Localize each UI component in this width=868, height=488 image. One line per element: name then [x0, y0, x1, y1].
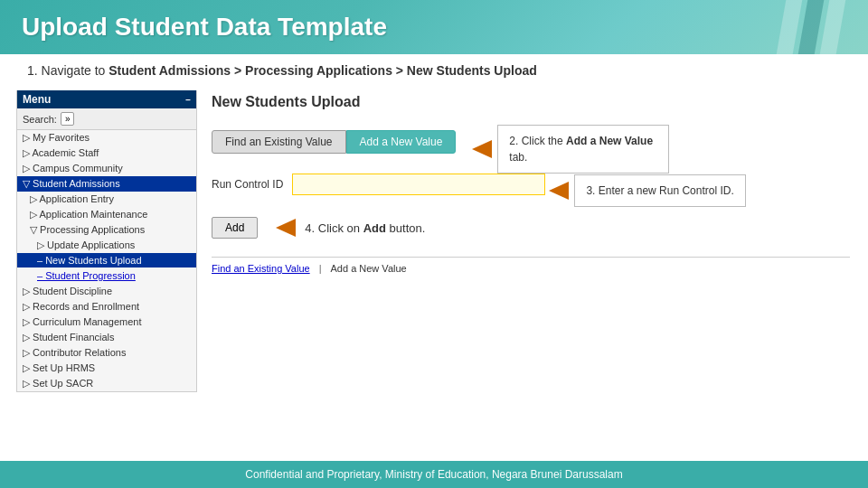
- sidebar-item-student-progression[interactable]: – Student Progression: [17, 267, 196, 284]
- application-maintenance-label: ▷ Application Maintenance: [30, 209, 147, 221]
- nav-prefix: 1. Navigate to: [27, 63, 108, 78]
- header-shape-1: [777, 0, 803, 54]
- page-wrapper: Upload Student Data Template 1. Navigate…: [0, 0, 868, 488]
- bottom-tabs: Find an Existing Value | Add a New Value: [212, 257, 850, 274]
- sidebar-item-favorites[interactable]: ▷ My Favorites: [17, 130, 196, 145]
- tab-add-label: Add a New Value: [360, 136, 443, 148]
- add-button-area: Add 4. Click on Add button.: [212, 217, 850, 239]
- header-decorations: [781, 0, 841, 54]
- new-students-upload-label: – New Students Upload: [37, 255, 142, 266]
- minimize-button[interactable]: −: [185, 95, 191, 105]
- header-title: Upload Student Data Template: [22, 13, 387, 42]
- add-button[interactable]: Add: [212, 217, 258, 239]
- sidebar: Menu − Search: » ▷ My Favorites ▷ Academ…: [16, 90, 197, 392]
- header-shape-3: [820, 0, 846, 54]
- content-area: Menu − Search: » ▷ My Favorites ▷ Academ…: [0, 90, 868, 392]
- panel-title: New Students Upload: [212, 94, 850, 114]
- sidebar-item-processing-applications[interactable]: ▽ Processing Applications: [17, 222, 196, 238]
- nav-instruction: 1. Navigate to Student Admissions > Proc…: [0, 54, 868, 87]
- sidebar-title: Menu: [23, 93, 51, 106]
- bottom-tab-find[interactable]: Find an Existing Value: [212, 263, 310, 274]
- bottom-tab-separator: |: [319, 263, 322, 274]
- hrms-label: ▷ Set Up HRMS: [23, 362, 95, 374]
- callout-2-text: 3. Enter a new Run Control ID.: [586, 184, 733, 197]
- favorites-label: ▷ My Favorites: [23, 132, 90, 144]
- tab-find-existing[interactable]: Find an Existing Value: [212, 130, 346, 154]
- tab-find-label: Find an Existing Value: [225, 136, 333, 148]
- campus-community-label: ▷ Campus Community: [23, 163, 123, 174]
- run-control-label: Run Control ID: [212, 178, 283, 191]
- search-label: Search:: [23, 114, 57, 125]
- application-entry-label: ▷ Application Entry: [30, 193, 114, 205]
- sidebar-item-curriculum[interactable]: ▷ Curriculum Management: [17, 314, 196, 330]
- student-admissions-label: ▽ Student Admissions: [23, 178, 120, 190]
- callout-1-area: 2. Click the Add a New Value tab.: [497, 125, 669, 174]
- bottom-tab-add: Add a New Value: [331, 263, 407, 274]
- arrow-callout-1: [472, 140, 492, 158]
- sidebar-header: Menu −: [17, 90, 196, 108]
- student-progression-label: – Student Progression: [37, 269, 136, 282]
- curriculum-label: ▷ Curriculum Management: [23, 316, 142, 328]
- financials-label: ▷ Student Financials: [23, 332, 115, 343]
- nav-path: Student Admissions > Processing Applicat…: [108, 63, 536, 78]
- contributor-label: ▷ Contributor Relations: [23, 347, 126, 359]
- student-discipline-label: ▷ Student Discipline: [23, 286, 112, 297]
- form-row: Run Control ID: [212, 174, 545, 195]
- sidebar-item-records-enrollment[interactable]: ▷ Records and Enrollment: [17, 299, 196, 314]
- sidebar-item-financials[interactable]: ▷ Student Financials: [17, 330, 196, 345]
- processing-applications-label: ▽ Processing Applications: [30, 224, 145, 236]
- panel-area: New Students Upload Find an Existing Val…: [197, 90, 868, 392]
- sidebar-item-application-maintenance[interactable]: ▷ Application Maintenance: [17, 207, 196, 222]
- callout-box-1: 2. Click the Add a New Value tab.: [497, 125, 669, 174]
- sidebar-item-update-applications[interactable]: ▷ Update Applications: [17, 238, 196, 253]
- records-enrollment-label: ▷ Records and Enrollment: [23, 301, 139, 313]
- sacr-label: ▷ Set Up SACR: [23, 378, 93, 389]
- footer-text: Confidential and Proprietary, Ministry o…: [245, 468, 622, 481]
- search-go-button[interactable]: »: [61, 112, 75, 126]
- run-control-input[interactable]: [292, 174, 545, 195]
- callout-1-text: 2. Click the Add a New Value tab.: [509, 135, 653, 164]
- footer: Confidential and Proprietary, Ministry o…: [0, 461, 868, 488]
- search-row: Search: »: [17, 108, 196, 130]
- arrow-callout-3: [276, 219, 296, 237]
- header: Upload Student Data Template: [0, 0, 868, 54]
- sidebar-item-hrms[interactable]: ▷ Set Up HRMS: [17, 361, 196, 376]
- tabs-row: Find an Existing Value Add a New Value: [212, 130, 456, 154]
- sidebar-item-application-entry[interactable]: ▷ Application Entry: [17, 192, 196, 207]
- sidebar-item-academic-staff[interactable]: ▷ Academic Staff: [17, 145, 196, 161]
- academic-staff-label: ▷ Academic Staff: [23, 147, 99, 159]
- callout-2-area: 3. Enter a new Run Control ID.: [574, 174, 745, 207]
- callout-3-text: 4. Click on Add button.: [305, 221, 425, 235]
- sidebar-item-new-students-upload[interactable]: – New Students Upload: [17, 253, 196, 267]
- update-applications-label: ▷ Update Applications: [37, 239, 135, 251]
- sidebar-item-student-discipline[interactable]: ▷ Student Discipline: [17, 284, 196, 299]
- sidebar-item-contributor[interactable]: ▷ Contributor Relations: [17, 345, 196, 361]
- sidebar-item-sacr[interactable]: ▷ Set Up SACR: [17, 376, 196, 391]
- callout-box-2: 3. Enter a new Run Control ID.: [574, 174, 745, 207]
- header-shape-2: [798, 0, 825, 54]
- sidebar-item-student-admissions[interactable]: ▽ Student Admissions: [17, 176, 196, 192]
- arrow-callout-2: [549, 182, 569, 200]
- sidebar-item-campus-community[interactable]: ▷ Campus Community: [17, 161, 196, 176]
- bottom-tabs-row: Find an Existing Value | Add a New Value: [212, 263, 850, 274]
- tab-add-new[interactable]: Add a New Value: [346, 130, 457, 154]
- callout-3-area: 4. Click on Add button.: [276, 219, 425, 237]
